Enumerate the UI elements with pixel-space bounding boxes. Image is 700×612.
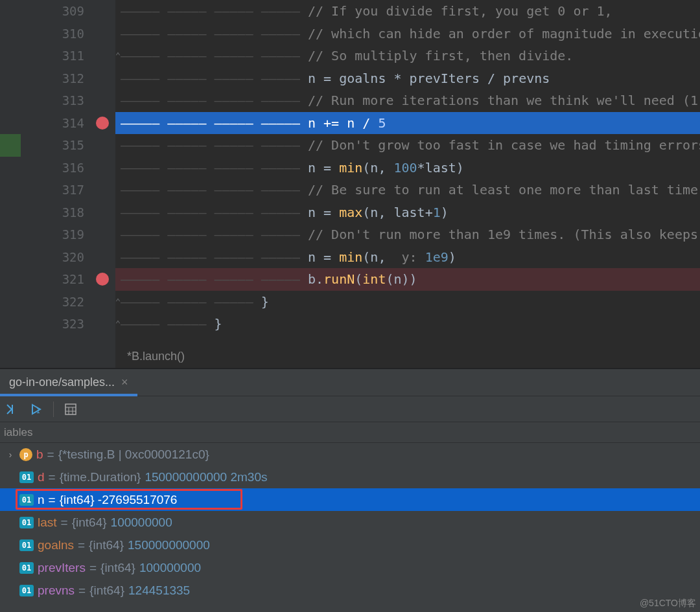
code-token: n (308, 205, 323, 220)
code-line[interactable]: ————— ————— ————— ————— n = min(n, y: 1e… (115, 246, 700, 269)
breakpoint-icon[interactable] (96, 273, 109, 286)
step-into-icon[interactable] (4, 402, 19, 417)
code-token: } (261, 294, 269, 310)
debug-tab[interactable]: go-in-one/samples... × (0, 369, 137, 396)
code-token: 1e9 (425, 249, 449, 265)
code-token: / (487, 71, 503, 86)
gutter-line[interactable]: 314 (0, 112, 115, 135)
code-token: n (308, 115, 323, 131)
code-line[interactable]: ————— ————— } (115, 313, 700, 335)
variable-row[interactable]: 01 prevIters = {int64} 100000000 (0, 556, 700, 579)
gutter-line[interactable]: 318 (0, 201, 115, 224)
indent-guide: ————— ————— ————— ————— (121, 26, 308, 41)
gutter-line[interactable]: 319 (0, 223, 115, 246)
code-token: ) (456, 160, 464, 176)
code-editor[interactable]: 309310311⌃312313314315316317318319320321… (0, 0, 700, 368)
code-token: // Don't grow too fast in case we had ti… (308, 137, 700, 153)
code-token: ( (386, 271, 393, 287)
code-line[interactable]: ————— ————— ————— ————— n = goalns * pre… (115, 67, 700, 90)
variable-value: {int64} (100, 561, 135, 575)
gutter-line[interactable]: 310 (0, 23, 115, 45)
gutter-line[interactable]: 316 (0, 157, 115, 179)
variable-row[interactable]: ›p b = {*testing.B | 0xc0000121c0} (0, 443, 700, 466)
expand-icon[interactable]: › (5, 449, 16, 460)
variable-row[interactable]: 01 n = {int64} -27695517076 (0, 488, 700, 511)
code-token: prevns (503, 71, 550, 86)
code-token: = (323, 160, 339, 176)
variable-value: {int64} (89, 584, 124, 598)
variable-value: 100000000 (139, 561, 201, 575)
code-line[interactable]: ————— ————— ————— ————— // Be sure to ru… (115, 179, 700, 201)
code-line[interactable]: ————— ————— ————— ————— n = max(n, last+… (115, 201, 700, 224)
variable-value: 124451335 (128, 584, 190, 598)
code-line[interactable]: ————— ————— ————— ————— n = min(n, 100*l… (115, 157, 700, 179)
variable-row[interactable]: 01 prevns = {int64} 124451335 (0, 579, 700, 602)
code-area[interactable]: ————— ————— ————— ————— // If you divide… (115, 0, 700, 368)
gutter-line[interactable]: 311⌃ (0, 45, 115, 67)
int-badge-icon: 01 (19, 585, 34, 596)
code-token: = (323, 205, 339, 220)
gutter-line[interactable]: 323⌃ (0, 313, 115, 335)
gutter-line[interactable]: 317 (0, 179, 115, 201)
code-token: last (393, 205, 425, 220)
calculator-icon[interactable] (63, 402, 78, 417)
code-token: min (339, 160, 362, 176)
int-badge-icon: 01 (19, 539, 34, 551)
code-line[interactable]: ————— ————— ————— } (115, 291, 700, 313)
variable-value: {int64} -27695517076 (60, 493, 178, 507)
variable-row[interactable]: 01 d = {time.Duration} 150000000000 2m30… (0, 466, 700, 488)
variable-name: d (38, 470, 45, 484)
code-line[interactable]: ————— ————— ————— ————— // which can hid… (115, 23, 700, 45)
variable-eq: = (49, 470, 56, 484)
code-token: = (323, 249, 339, 265)
code-token: = (323, 71, 339, 86)
variables-list[interactable]: ›p b = {*testing.B | 0xc0000121c0}01 d =… (0, 443, 700, 612)
gutter-line[interactable]: 315 (0, 134, 115, 157)
indent-guide: ————— ————— ————— ————— (121, 3, 308, 19)
indent-guide: ————— ————— ————— ————— (121, 160, 308, 176)
gutter[interactable]: 309310311⌃312313314315316317318319320321… (0, 0, 115, 368)
code-line[interactable]: ————— ————— ————— ————— // If you divide… (115, 0, 700, 23)
code-token: // Run more iterations than we think we'… (308, 93, 700, 108)
code-line[interactable]: ————— ————— ————— ————— n += n / 5 (115, 112, 700, 135)
variable-row[interactable]: 01 goalns = {int64} 150000000000 (0, 534, 700, 556)
code-token: * (417, 160, 425, 176)
variable-row[interactable]: 01 last = {int64} 100000000 (0, 511, 700, 534)
variable-name: prevns (38, 584, 75, 598)
variable-name: goalns (38, 538, 74, 552)
cursor-icon[interactable]: I (29, 402, 44, 417)
code-line[interactable]: ————— ————— ————— ————— // Run more iter… (115, 89, 700, 112)
variable-eq: = (61, 516, 68, 530)
code-token: goalns (339, 71, 393, 86)
gutter-line[interactable]: 312 (0, 67, 115, 90)
int-badge-icon: 01 (19, 562, 34, 574)
gutter-line[interactable]: 320 (0, 246, 115, 269)
code-token: , (378, 249, 393, 265)
indent-guide: ————— ————— ————— ————— (121, 227, 308, 242)
code-token: ( (362, 160, 370, 176)
variable-eq: = (89, 561, 97, 575)
toolbar-separator (53, 402, 54, 417)
gutter-line[interactable]: 322⌃ (0, 291, 115, 313)
code-token: 100 (393, 160, 417, 176)
variable-name: n (38, 493, 45, 507)
code-token: prevIters (410, 71, 487, 86)
code-line[interactable]: ————— ————— ————— ————— b.runN(int(n)) (115, 268, 700, 291)
gutter-line[interactable]: 321 (0, 268, 115, 291)
code-line[interactable]: ————— ————— ————— ————— // Don't grow to… (115, 134, 700, 157)
code-token: ) (441, 205, 449, 220)
code-line[interactable]: ————— ————— ————— ————— // Don't run mor… (115, 223, 700, 246)
gutter-line[interactable]: 313 (0, 89, 115, 112)
indent-guide: ————— ————— ————— ————— (121, 271, 308, 287)
variable-name: prevIters (38, 561, 86, 575)
debug-panel: go-in-one/samples... × I iables ›p b = {… (0, 368, 700, 612)
int-badge-icon: 01 (19, 471, 34, 483)
breakpoint-icon[interactable] (96, 117, 109, 130)
code-line[interactable]: ————— ————— ————— ————— // So multiply f… (115, 45, 700, 67)
code-token: ( (355, 271, 362, 287)
gutter-line[interactable]: 309 (0, 0, 115, 23)
variable-eq: = (78, 584, 86, 598)
variable-eq: = (78, 538, 85, 552)
close-icon[interactable]: × (121, 376, 128, 389)
code-token: n (308, 160, 323, 176)
